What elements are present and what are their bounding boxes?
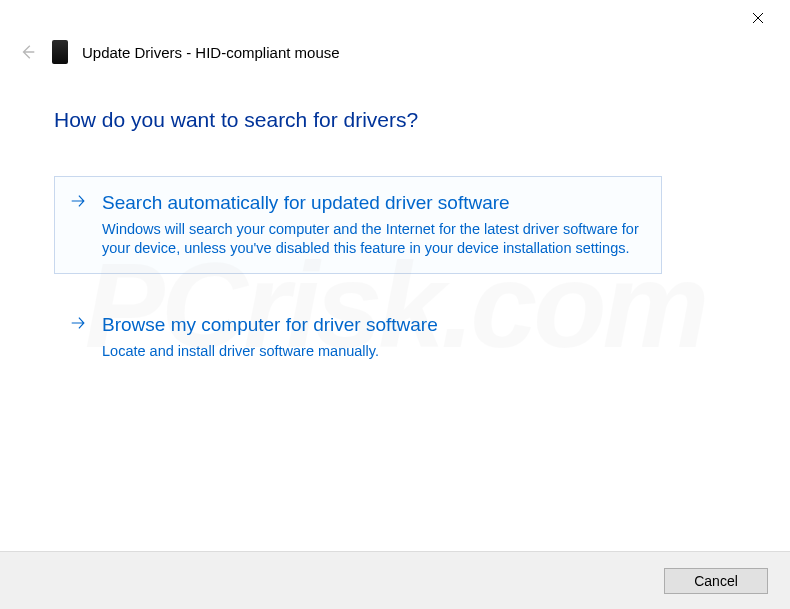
option-search-automatically[interactable]: Search automatically for updated driver …	[54, 176, 662, 274]
arrow-right-icon	[69, 313, 89, 338]
device-icon	[52, 40, 68, 64]
question-heading: How do you want to search for drivers?	[54, 108, 736, 132]
back-arrow-icon	[19, 43, 37, 61]
cancel-button[interactable]: Cancel	[664, 568, 768, 594]
close-button[interactable]	[738, 4, 778, 32]
option-title: Search automatically for updated driver …	[102, 191, 643, 216]
dialog-header: Update Drivers - HID-compliant mouse	[0, 36, 790, 64]
option-body: Search automatically for updated driver …	[102, 191, 643, 259]
dialog-footer: Cancel	[0, 551, 790, 609]
option-title: Browse my computer for driver software	[102, 313, 643, 338]
option-description: Windows will search your computer and th…	[102, 220, 643, 259]
option-browse-computer[interactable]: Browse my computer for driver software L…	[54, 298, 662, 376]
close-icon	[752, 12, 764, 24]
arrow-right-icon	[69, 191, 89, 216]
option-description: Locate and install driver software manua…	[102, 342, 643, 362]
option-body: Browse my computer for driver software L…	[102, 313, 643, 361]
dialog-title: Update Drivers - HID-compliant mouse	[82, 44, 340, 61]
titlebar	[0, 0, 790, 36]
back-button	[18, 42, 38, 62]
dialog-content: How do you want to search for drivers? S…	[0, 64, 790, 376]
